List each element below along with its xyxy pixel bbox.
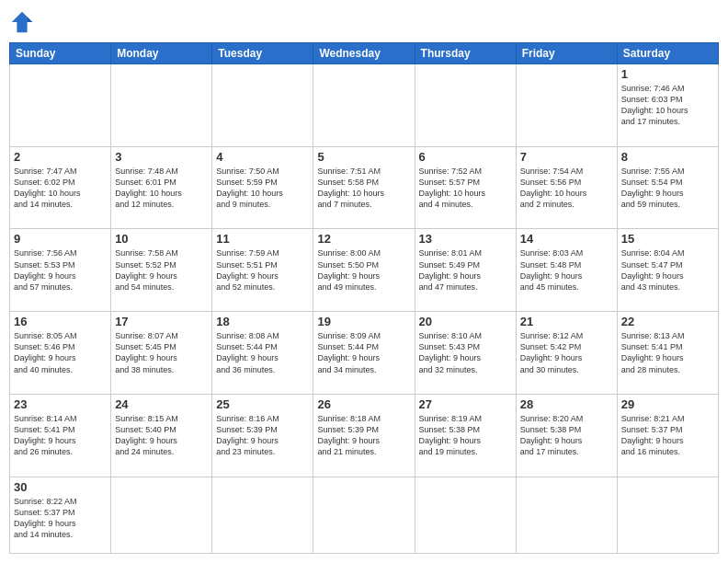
calendar-cell: 28Sunrise: 8:20 AM Sunset: 5:38 PM Dayli… bbox=[516, 394, 617, 477]
day-number: 2 bbox=[14, 150, 107, 164]
cell-sun-data: Sunrise: 8:16 AM Sunset: 5:39 PM Dayligh… bbox=[216, 413, 309, 458]
calendar-cell bbox=[111, 477, 212, 553]
day-number: 7 bbox=[520, 150, 613, 164]
calendar-cell bbox=[111, 64, 212, 147]
col-header-thursday: Thursday bbox=[415, 43, 516, 64]
cell-sun-data: Sunrise: 8:18 AM Sunset: 5:39 PM Dayligh… bbox=[317, 413, 410, 458]
calendar-cell: 3Sunrise: 7:48 AM Sunset: 6:01 PM Daylig… bbox=[111, 146, 212, 229]
calendar-cell: 14Sunrise: 8:03 AM Sunset: 5:48 PM Dayli… bbox=[516, 229, 617, 312]
calendar-cell: 22Sunrise: 8:13 AM Sunset: 5:41 PM Dayli… bbox=[617, 312, 718, 395]
calendar-cell: 18Sunrise: 8:08 AM Sunset: 5:44 PM Dayli… bbox=[212, 312, 313, 395]
cell-sun-data: Sunrise: 8:13 AM Sunset: 5:41 PM Dayligh… bbox=[621, 330, 714, 375]
day-number: 9 bbox=[14, 232, 107, 246]
col-header-sunday: Sunday bbox=[10, 43, 111, 64]
cell-sun-data: Sunrise: 7:58 AM Sunset: 5:52 PM Dayligh… bbox=[115, 247, 208, 293]
day-number: 19 bbox=[317, 315, 410, 328]
day-number: 14 bbox=[520, 232, 613, 246]
cell-sun-data: Sunrise: 8:00 AM Sunset: 5:50 PM Dayligh… bbox=[317, 247, 410, 293]
cell-sun-data: Sunrise: 8:15 AM Sunset: 5:40 PM Dayligh… bbox=[115, 413, 208, 458]
calendar-cell: 26Sunrise: 8:18 AM Sunset: 5:39 PM Dayli… bbox=[313, 394, 415, 477]
day-number: 1 bbox=[621, 67, 714, 81]
cell-sun-data: Sunrise: 8:04 AM Sunset: 5:47 PM Dayligh… bbox=[621, 247, 714, 293]
calendar-cell: 4Sunrise: 7:50 AM Sunset: 5:59 PM Daylig… bbox=[212, 146, 313, 229]
logo bbox=[9, 9, 39, 35]
calendar-cell bbox=[516, 64, 617, 147]
day-number: 4 bbox=[216, 150, 309, 164]
calendar-cell: 24Sunrise: 8:15 AM Sunset: 5:40 PM Dayli… bbox=[111, 394, 212, 477]
day-number: 5 bbox=[317, 150, 410, 164]
header bbox=[9, 9, 719, 35]
calendar-cell: 19Sunrise: 8:09 AM Sunset: 5:44 PM Dayli… bbox=[313, 312, 415, 395]
calendar-cell: 27Sunrise: 8:19 AM Sunset: 5:38 PM Dayli… bbox=[415, 394, 516, 477]
day-number: 20 bbox=[419, 315, 512, 328]
calendar-cell: 13Sunrise: 8:01 AM Sunset: 5:49 PM Dayli… bbox=[415, 229, 516, 312]
calendar-cell: 5Sunrise: 7:51 AM Sunset: 5:58 PM Daylig… bbox=[313, 146, 415, 229]
calendar-cell: 25Sunrise: 8:16 AM Sunset: 5:39 PM Dayli… bbox=[212, 394, 313, 477]
day-number: 3 bbox=[115, 150, 208, 164]
calendar-cell: 6Sunrise: 7:52 AM Sunset: 5:57 PM Daylig… bbox=[415, 146, 516, 229]
day-number: 15 bbox=[621, 232, 714, 246]
cell-sun-data: Sunrise: 8:14 AM Sunset: 5:41 PM Dayligh… bbox=[14, 413, 107, 458]
day-number: 22 bbox=[621, 315, 714, 328]
calendar-cell: 21Sunrise: 8:12 AM Sunset: 5:42 PM Dayli… bbox=[516, 312, 617, 395]
cell-sun-data: Sunrise: 8:10 AM Sunset: 5:43 PM Dayligh… bbox=[419, 330, 512, 375]
page: SundayMondayTuesdayWednesdayThursdayFrid… bbox=[0, 0, 728, 563]
calendar-cell: 15Sunrise: 8:04 AM Sunset: 5:47 PM Dayli… bbox=[617, 229, 718, 312]
calendar-cell: 1Sunrise: 7:46 AM Sunset: 6:03 PM Daylig… bbox=[617, 64, 718, 147]
cell-sun-data: Sunrise: 7:59 AM Sunset: 5:51 PM Dayligh… bbox=[216, 247, 309, 293]
calendar-cell: 20Sunrise: 8:10 AM Sunset: 5:43 PM Dayli… bbox=[415, 312, 516, 395]
calendar-cell: 2Sunrise: 7:47 AM Sunset: 6:02 PM Daylig… bbox=[10, 146, 111, 229]
day-number: 6 bbox=[419, 150, 512, 164]
cell-sun-data: Sunrise: 8:08 AM Sunset: 5:44 PM Dayligh… bbox=[216, 330, 309, 375]
cell-sun-data: Sunrise: 8:01 AM Sunset: 5:49 PM Dayligh… bbox=[419, 247, 512, 293]
day-number: 16 bbox=[14, 315, 107, 328]
day-number: 26 bbox=[317, 397, 410, 411]
calendar-cell bbox=[212, 477, 313, 553]
calendar-cell bbox=[415, 477, 516, 553]
cell-sun-data: Sunrise: 8:12 AM Sunset: 5:42 PM Dayligh… bbox=[520, 330, 613, 375]
cell-sun-data: Sunrise: 7:51 AM Sunset: 5:58 PM Dayligh… bbox=[317, 166, 410, 211]
cell-sun-data: Sunrise: 8:19 AM Sunset: 5:38 PM Dayligh… bbox=[419, 413, 512, 458]
cell-sun-data: Sunrise: 7:50 AM Sunset: 5:59 PM Dayligh… bbox=[216, 166, 309, 211]
cell-sun-data: Sunrise: 7:47 AM Sunset: 6:02 PM Dayligh… bbox=[14, 166, 107, 211]
cell-sun-data: Sunrise: 8:20 AM Sunset: 5:38 PM Dayligh… bbox=[520, 413, 613, 458]
calendar-cell: 23Sunrise: 8:14 AM Sunset: 5:41 PM Dayli… bbox=[10, 394, 111, 477]
day-number: 8 bbox=[621, 150, 714, 164]
cell-sun-data: Sunrise: 8:21 AM Sunset: 5:37 PM Dayligh… bbox=[621, 413, 714, 458]
calendar-cell: 29Sunrise: 8:21 AM Sunset: 5:37 PM Dayli… bbox=[617, 394, 718, 477]
day-number: 30 bbox=[14, 480, 107, 494]
calendar-table: SundayMondayTuesdayWednesdayThursdayFrid… bbox=[9, 42, 719, 554]
calendar-cell bbox=[415, 64, 516, 147]
calendar-cell bbox=[10, 64, 111, 147]
calendar-cell: 11Sunrise: 7:59 AM Sunset: 5:51 PM Dayli… bbox=[212, 229, 313, 312]
calendar-cell bbox=[313, 477, 415, 553]
day-number: 17 bbox=[115, 315, 208, 328]
cell-sun-data: Sunrise: 7:48 AM Sunset: 6:01 PM Dayligh… bbox=[115, 166, 208, 211]
day-number: 27 bbox=[419, 397, 512, 411]
col-header-wednesday: Wednesday bbox=[313, 43, 415, 64]
col-header-monday: Monday bbox=[111, 43, 212, 64]
calendar-cell: 8Sunrise: 7:55 AM Sunset: 5:54 PM Daylig… bbox=[617, 146, 718, 229]
calendar-cell bbox=[313, 64, 415, 147]
calendar-cell: 9Sunrise: 7:56 AM Sunset: 5:53 PM Daylig… bbox=[10, 229, 111, 312]
calendar-cell: 10Sunrise: 7:58 AM Sunset: 5:52 PM Dayli… bbox=[111, 229, 212, 312]
day-number: 21 bbox=[520, 315, 613, 328]
day-number: 18 bbox=[216, 315, 309, 328]
cell-sun-data: Sunrise: 8:03 AM Sunset: 5:48 PM Dayligh… bbox=[520, 247, 613, 293]
cell-sun-data: Sunrise: 7:54 AM Sunset: 5:56 PM Dayligh… bbox=[520, 166, 613, 211]
col-header-tuesday: Tuesday bbox=[212, 43, 313, 64]
calendar-cell: 30Sunrise: 8:22 AM Sunset: 5:37 PM Dayli… bbox=[10, 477, 111, 553]
cell-sun-data: Sunrise: 8:22 AM Sunset: 5:37 PM Dayligh… bbox=[14, 496, 107, 541]
calendar-cell: 16Sunrise: 8:05 AM Sunset: 5:46 PM Dayli… bbox=[10, 312, 111, 395]
cell-sun-data: Sunrise: 8:07 AM Sunset: 5:45 PM Dayligh… bbox=[115, 330, 208, 375]
calendar-cell bbox=[617, 477, 718, 553]
cell-sun-data: Sunrise: 7:46 AM Sunset: 6:03 PM Dayligh… bbox=[621, 83, 714, 128]
calendar-cell bbox=[516, 477, 617, 553]
col-header-saturday: Saturday bbox=[617, 43, 718, 64]
cell-sun-data: Sunrise: 7:52 AM Sunset: 5:57 PM Dayligh… bbox=[419, 166, 512, 211]
cell-sun-data: Sunrise: 8:09 AM Sunset: 5:44 PM Dayligh… bbox=[317, 330, 410, 375]
cell-sun-data: Sunrise: 7:56 AM Sunset: 5:53 PM Dayligh… bbox=[14, 247, 107, 293]
day-number: 10 bbox=[115, 232, 208, 246]
calendar-cell: 12Sunrise: 8:00 AM Sunset: 5:50 PM Dayli… bbox=[313, 229, 415, 312]
cell-sun-data: Sunrise: 7:55 AM Sunset: 5:54 PM Dayligh… bbox=[621, 166, 714, 211]
